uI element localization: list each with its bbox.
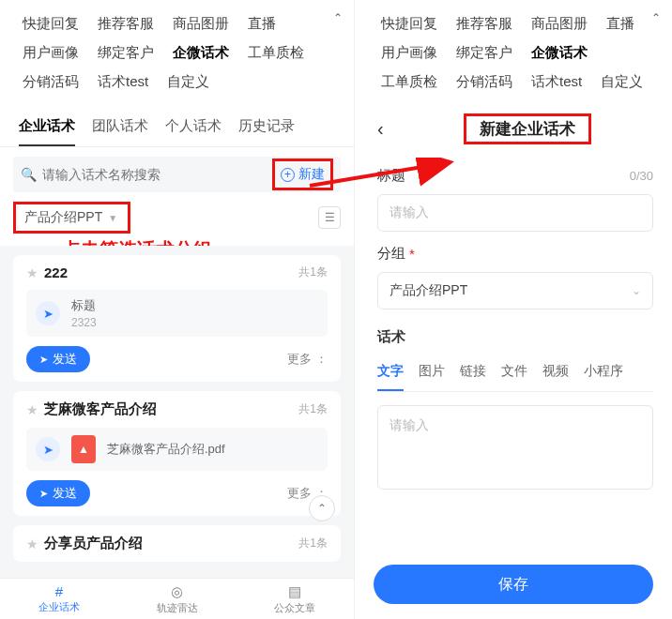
save-label: 保存 — [498, 575, 528, 595]
card-title: 芝麻微客产品介绍 — [44, 400, 298, 418]
list-view-toggle[interactable]: ☰ — [318, 206, 341, 229]
topnav-custom[interactable]: 自定义 — [158, 68, 219, 97]
topnav-product-pics[interactable]: 商品图册 — [163, 9, 238, 38]
more-button[interactable]: 更多 ： — [287, 351, 328, 368]
form-header: ‹ 新建企业话术 — [359, 100, 672, 154]
search-row: 🔍 + 新建 — [13, 157, 341, 192]
script-tab-image[interactable]: 图片 — [419, 357, 445, 391]
save-button[interactable]: 保存 — [374, 565, 653, 604]
highlight-group-filter: 产品介绍PPT ▼ — [13, 202, 130, 234]
attachment[interactable]: ➤ 标题 2323 — [26, 290, 328, 337]
topnav-ticket-qc[interactable]: 工单质检 — [372, 68, 447, 97]
topnav-distribution-code[interactable]: 分销活码 — [447, 68, 522, 97]
topnav-user-portrait[interactable]: 用户画像 — [13, 38, 88, 68]
topnav-custom[interactable]: 自定义 — [591, 68, 652, 97]
attachment-title: 芝麻微客产品介绍.pdf — [107, 441, 225, 458]
plus-icon: + — [281, 168, 295, 182]
collapse-icon[interactable]: ⌃ — [651, 11, 661, 24]
title-label-row: 标题 0/30 — [377, 167, 653, 185]
script-type-tabs: 文字 图片 链接 文件 视频 小程序 — [377, 357, 653, 392]
topnav-recommend[interactable]: 推荐客服 — [447, 9, 522, 38]
card-count: 共1条 — [298, 264, 328, 280]
topnav-user-portrait[interactable]: 用户画像 — [372, 38, 447, 68]
bottom-label: 轨迹雷达 — [157, 601, 198, 615]
pdf-icon: ▲ — [71, 435, 96, 463]
bottom-label: 企业话术 — [38, 600, 80, 614]
send-button[interactable]: ➤发送 — [26, 346, 90, 372]
star-icon[interactable]: ★ — [26, 402, 38, 417]
card-title: 分享员产品介绍 — [44, 535, 298, 552]
script-tab-link[interactable]: 链接 — [460, 357, 486, 391]
card-count: 共1条 — [298, 536, 328, 551]
topnav-product-pics[interactable]: 商品图册 — [522, 9, 597, 38]
topnav-distribution-code[interactable]: 分销活码 — [13, 68, 88, 97]
bottom-enterprise-script[interactable]: # 企业话术 — [0, 579, 118, 619]
script-tab-video[interactable]: 视频 — [542, 357, 569, 391]
form: 标题 0/30 请输入 分组 * 产品介绍PPT ⌄ 话术 文字 图片 链接 文… — [359, 167, 672, 490]
bottom-public-article[interactable]: ▤ 公众文章 — [236, 579, 354, 619]
topnav-bind-customer[interactable]: 绑定客户 — [447, 38, 522, 68]
topnav-bind-customer[interactable]: 绑定客户 — [88, 38, 163, 68]
subtab-personal[interactable]: 个人话术 — [165, 110, 221, 146]
group-label-row: 分组 * — [377, 245, 653, 263]
topnav-live[interactable]: 直播 — [597, 9, 644, 38]
send-label: 发送 — [53, 351, 77, 368]
subtab-history[interactable]: 历史记录 — [238, 110, 295, 146]
topnav-recommend[interactable]: 推荐客服 — [88, 9, 163, 38]
hash-icon: # — [55, 583, 63, 599]
topnav-script-test[interactable]: 话术test — [88, 68, 158, 97]
title-placeholder: 请输入 — [389, 204, 429, 221]
group-select[interactable]: 产品介绍PPT ⌄ — [377, 272, 653, 310]
send-plane-icon: ➤ — [36, 437, 60, 461]
script-card: ★ 222 共1条 ➤ 标题 2323 ➤发送 更多 ： — [13, 255, 341, 382]
topnav-quick-reply[interactable]: 快捷回复 — [13, 9, 88, 38]
send-button[interactable]: ➤发送 — [26, 480, 90, 506]
attachment-title: 标题 — [71, 297, 97, 314]
group-value: 产品介绍PPT — [389, 282, 467, 299]
search-icon: 🔍 — [21, 167, 37, 182]
group-filter-label: 产品介绍PPT — [24, 209, 102, 226]
script-tab-file[interactable]: 文件 — [501, 357, 527, 391]
title-input[interactable]: 请输入 — [377, 194, 653, 232]
send-plane-icon: ➤ — [39, 488, 48, 500]
search-input[interactable] — [42, 167, 272, 182]
script-content-input[interactable]: 请输入 — [377, 405, 653, 490]
panel-left: ⌃ 快捷回复 推荐客服 商品图册 直播 用户画像 绑定客户 企微话术 工单质检 … — [0, 0, 355, 619]
script-card: ★ 芝麻微客产品介绍 共1条 ➤ ▲ 芝麻微客产品介绍.pdf ➤发送 更多 ： — [13, 391, 341, 516]
subtabs: 企业话术 团队话术 个人话术 历史记录 — [0, 100, 354, 147]
topnav-qiwei-script[interactable]: 企微话术 — [522, 38, 597, 68]
bottom-track-radar[interactable]: ◎ 轨迹雷达 — [118, 579, 237, 619]
topnav-qiwei-script[interactable]: 企微话术 — [163, 38, 238, 68]
back-button[interactable]: ‹ — [377, 118, 403, 140]
new-button-label: 新建 — [298, 166, 325, 183]
collapse-icon[interactable]: ⌃ — [333, 11, 343, 24]
script-tab-text[interactable]: 文字 — [377, 357, 404, 391]
group-filter[interactable]: 产品介绍PPT ▼ — [17, 205, 125, 230]
script-label-row: 话术 — [377, 328, 653, 346]
target-icon: ◎ — [171, 583, 183, 600]
subtab-team[interactable]: 团队话术 — [92, 110, 148, 146]
subtab-enterprise[interactable]: 企业话术 — [19, 110, 75, 146]
star-icon[interactable]: ★ — [26, 265, 38, 280]
topnav-ticket-qc[interactable]: 工单质检 — [238, 38, 313, 68]
send-plane-icon: ➤ — [36, 301, 60, 325]
script-list: ★ 222 共1条 ➤ 标题 2323 ➤发送 更多 ： ★ 芝麻微客产品介绍 … — [0, 246, 354, 578]
topnav-quick-reply[interactable]: 快捷回复 — [372, 9, 447, 38]
send-plane-icon: ➤ — [39, 354, 48, 366]
new-button[interactable]: + 新建 — [277, 163, 328, 186]
highlight-new-button: + 新建 — [272, 159, 333, 190]
star-icon[interactable]: ★ — [26, 536, 38, 551]
group-label: 分组 — [377, 245, 405, 263]
form-title: 新建企业话术 — [474, 117, 581, 141]
script-label: 话术 — [377, 328, 405, 346]
topnav-live[interactable]: 直播 — [238, 9, 285, 38]
card-title: 222 — [44, 264, 298, 280]
title-counter: 0/30 — [630, 169, 653, 183]
attachment[interactable]: ➤ ▲ 芝麻微客产品介绍.pdf — [26, 428, 328, 471]
topnav-script-test[interactable]: 话术test — [522, 68, 591, 97]
send-label: 发送 — [53, 485, 77, 502]
card-count: 共1条 — [298, 401, 328, 417]
bottom-label: 公众文章 — [274, 601, 315, 615]
script-tab-miniapp[interactable]: 小程序 — [584, 357, 623, 391]
scroll-top-button[interactable]: ⌃ — [309, 495, 335, 521]
